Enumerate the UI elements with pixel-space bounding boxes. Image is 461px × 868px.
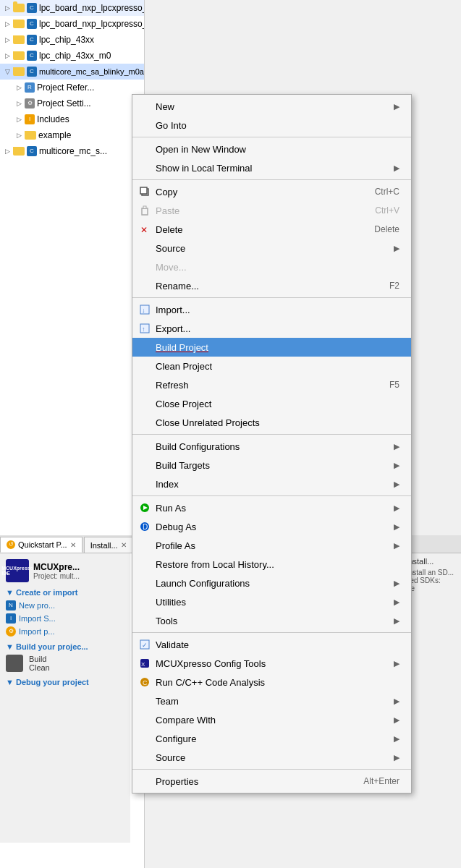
menu-item-source2[interactable]: Source ▶ (132, 748, 411, 767)
build-section-header: ▼ Build your projec... (6, 642, 124, 651)
tree-item-label: Project Setti... (37, 98, 91, 109)
qs-import-s[interactable]: I Import S... (6, 612, 124, 625)
menu-item-validate[interactable]: ✓ Validate (132, 635, 411, 654)
tab-install-close[interactable]: ✕ (121, 541, 127, 549)
menu-item-utilities-label: Utilities (156, 597, 186, 608)
menu-item-utilities[interactable]: Utilities ▶ (132, 592, 411, 611)
tree-item-lpc-chip-43xx[interactable]: ▷ C lpc_chip_43xx (0, 32, 144, 48)
menu-separator-3 (132, 297, 411, 298)
menu-item-new-arrow: ▶ (394, 102, 399, 111)
menu-item-clean-project[interactable]: Clean Project (132, 357, 411, 375)
menu-item-export[interactable]: ↑ Export... (132, 319, 411, 338)
menu-item-new[interactable]: New ▶ (132, 97, 411, 116)
menu-item-open-new-window[interactable]: Open in New Window (132, 140, 411, 158)
tree-item-label: Includes (37, 114, 69, 124)
menu-item-move-label: Move... (156, 262, 187, 273)
menu-item-build-project[interactable]: Build Project (132, 338, 411, 357)
menu-item-delete[interactable]: ✕ Delete Delete (132, 220, 411, 239)
build-item[interactable]: Build Clean (6, 653, 124, 673)
install-line2: lled SDKs: (407, 576, 457, 584)
svg-rect-3 (143, 206, 146, 208)
qs-import-p[interactable]: ⚙ Import p... (6, 625, 124, 638)
menu-item-build-targets[interactable]: Build Targets ▶ (132, 456, 411, 475)
tree-item-project-settings[interactable]: ▷ ⚙ Project Setti... (0, 95, 144, 111)
menu-separator-2 (132, 179, 411, 180)
menu-item-properties-shortcut: Alt+Enter (363, 776, 399, 786)
menu-item-tools-arrow: ▶ (394, 616, 399, 626)
menu-item-index-arrow: ▶ (394, 480, 399, 489)
install-title: install... (407, 557, 457, 566)
menu-item-close-unrelated[interactable]: Close Unrelated Projects (132, 413, 411, 432)
tab-quickstart-close[interactable]: ✕ (70, 541, 76, 549)
qs-new-project[interactable]: N New pro... (6, 599, 124, 612)
menu-item-launch-configurations[interactable]: Launch Configurations ▶ (132, 574, 411, 592)
menu-item-copy[interactable]: Copy Ctrl+C (132, 182, 411, 201)
import-p-icon: ⚙ (6, 626, 16, 637)
menu-item-team[interactable]: Team ▶ (132, 692, 411, 710)
tab-quickstart[interactable]: ↺ Quickstart P... ✕ (0, 537, 83, 553)
svg-text:✓: ✓ (142, 642, 148, 649)
menu-item-team-label: Team (156, 696, 179, 707)
menu-item-import[interactable]: ↓ Import... (132, 300, 411, 319)
menu-item-build-project-label: Build Project (156, 342, 208, 353)
cpp-analysis-icon: C (138, 676, 151, 689)
menu-item-properties-label: Properties (156, 776, 198, 787)
menu-item-mcux-config[interactable]: X MCUXpresso Config Tools ▶ (132, 654, 411, 673)
tree-item-example[interactable]: ▷ example (0, 127, 144, 143)
menu-item-run-as[interactable]: Run As ▶ (132, 498, 411, 517)
menu-item-validate-label: Validate (156, 639, 189, 650)
menu-item-configure[interactable]: Configure ▶ (132, 729, 411, 748)
menu-item-mcux-config-arrow: ▶ (394, 659, 399, 668)
expand-icon: ▷ (3, 20, 12, 28)
build-labels: Build Clean (29, 655, 50, 672)
svg-rect-1 (140, 187, 147, 194)
tree-item-label: lpc_chip_43xx (39, 35, 94, 45)
menu-item-go-into[interactable]: Go Into (132, 116, 411, 135)
tree-item-lpc-board-4337-m0[interactable]: ▷ C lpc_board_nxp_lpcxpresso_4337_m0 (0, 16, 144, 32)
menu-item-paste-shortcut: Ctrl+V (375, 205, 399, 216)
menu-item-refresh-label: Refresh (156, 380, 189, 391)
menu-item-profile-as-label: Profile As (156, 540, 195, 551)
menu-item-rename[interactable]: Rename... F2 (132, 276, 411, 295)
expand-icon: ▷ (14, 83, 23, 92)
quickstart-title-block: MCUXpre... Project: mult... (33, 562, 80, 580)
tree-item-multicore2[interactable]: ▷ C multicore_mc_s... (0, 143, 144, 159)
menu-item-refresh[interactable]: Refresh F5 (132, 375, 411, 394)
menu-item-show-local-terminal[interactable]: Show in Local Terminal ▶ (132, 158, 411, 177)
tree-item-label: multicore_mc_s... (39, 146, 107, 156)
menu-item-profile-as[interactable]: Profile As ▶ (132, 536, 411, 555)
tab-install-label: Install... (90, 541, 118, 550)
menu-item-properties[interactable]: Properties Alt+Enter (132, 772, 411, 791)
menu-item-debug-as[interactable]: D Debug As ▶ (132, 517, 411, 536)
delete-icon: ✕ (138, 223, 151, 236)
validate-icon: ✓ (138, 638, 151, 651)
menu-item-compare-with-arrow: ▶ (394, 715, 399, 725)
menu-item-tools-label: Tools (156, 616, 177, 626)
menu-separator-4 (132, 434, 411, 435)
tree-item-label: lpc_chip_43xx_m0 (39, 51, 111, 61)
menu-item-index[interactable]: Index ▶ (132, 475, 411, 493)
install-line3: ne (407, 584, 457, 592)
tree-item-lpc-chip-43xx-m0[interactable]: ▷ C lpc_chip_43xx_m0 (0, 48, 144, 64)
menu-item-tools[interactable]: Tools ▶ (132, 611, 411, 630)
paste-icon (138, 204, 151, 217)
tree-item-multicore-selected[interactable]: ▽ C multicore_mc_sa_blinky_m0app... (0, 64, 144, 80)
menu-item-close-project[interactable]: Close Project (132, 394, 411, 413)
tab-install[interactable]: Install... ✕ (84, 537, 133, 553)
tree-item-includes[interactable]: ▷ I Includes (0, 111, 144, 127)
menu-item-compare-with[interactable]: Compare With ▶ (132, 710, 411, 729)
debug-icon: D (138, 520, 151, 533)
menu-item-move[interactable]: Move... (132, 258, 411, 276)
tree-item-project-refer[interactable]: ▷ R Project Refer... (0, 80, 144, 95)
menu-item-paste[interactable]: Paste Ctrl+V (132, 201, 411, 220)
menu-item-show-local-terminal-label: Show in Local Terminal (156, 163, 252, 174)
tree-item-lpc-board-4337[interactable]: ▷ C lpc_board_nxp_lpcxpresso_4337 (0, 0, 144, 16)
menu-item-source[interactable]: Source ▶ (132, 239, 411, 258)
menu-item-index-label: Index (156, 479, 179, 490)
menu-item-copy-shortcut: Ctrl+C (375, 187, 399, 197)
menu-item-run-cpp-analysis[interactable]: C Run C/C++ Code Analysis (132, 673, 411, 692)
menu-item-build-configurations[interactable]: Build Configurations ▶ (132, 437, 411, 456)
menu-separator-1 (132, 137, 411, 137)
menu-item-restore-history[interactable]: Restore from Local History... (132, 555, 411, 574)
import-s-icon: I (6, 613, 16, 624)
